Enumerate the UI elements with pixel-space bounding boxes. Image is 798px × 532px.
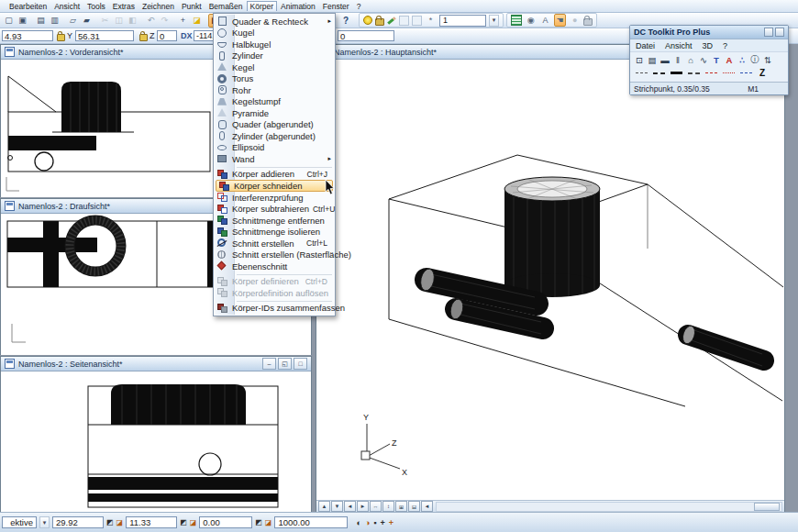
menu-entry[interactable]: Körper addieren Ctrl+J — [215, 169, 334, 181]
print-preview-icon[interactable]: ▥ — [48, 14, 61, 28]
menu-entry[interactable]: Quader & Rechteck ▸ — [215, 16, 334, 28]
palette-menu-item[interactable]: Datei — [636, 41, 655, 50]
menu-entry[interactable]: Wand ▸ — [215, 153, 334, 165]
undo-icon[interactable]: ↶ — [144, 14, 158, 28]
menu-item[interactable]: Bemaßen — [205, 1, 247, 12]
viewport-nav-button[interactable]: ⊞ — [395, 501, 407, 512]
snap-icon[interactable]: ◪ — [190, 14, 204, 28]
restore-button[interactable]: ◱ — [278, 358, 292, 370]
menu-item[interactable]: Bearbeiten — [6, 1, 50, 12]
menu-entry[interactable]: Pyramide — [215, 107, 334, 119]
menu-entry[interactable]: Ebenenschnitt — [215, 260, 334, 272]
import-icon[interactable]: ▱ — [66, 14, 80, 28]
document-icon[interactable]: ▤ — [648, 54, 657, 65]
viewport-nav-button[interactable]: ▼ — [331, 501, 343, 512]
help-icon[interactable]: ? — [343, 16, 349, 26]
menu-item[interactable]: Fenster — [319, 1, 353, 12]
new-icon[interactable]: ▢ — [2, 14, 16, 28]
palette-menu-item[interactable]: Ansicht — [665, 41, 693, 50]
print-icon[interactable]: ▤ — [34, 14, 48, 28]
menu-item[interactable]: ? — [353, 1, 365, 12]
camera-icon[interactable]: ◪ — [265, 518, 272, 526]
window-side-view[interactable]: Namenlos-2 : Seitenansicht* –◱□ — [0, 356, 312, 512]
view-mode-dropdown-arrow[interactable]: ▾ — [39, 516, 50, 528]
window-side-titlebar[interactable]: Namenlos-2 : Seitenansicht* –◱□ — [1, 357, 311, 371]
viewport-nav-button[interactable]: ▲ — [318, 501, 330, 512]
layer-star[interactable]: * — [425, 14, 437, 27]
color-swatch-1[interactable] — [399, 16, 409, 26]
menu-entry[interactable]: Halbkugel — [215, 39, 334, 50]
camera-icon[interactable]: ◪ — [116, 518, 124, 526]
menu-entry[interactable]: Körper schneiden — [216, 180, 333, 192]
menu-entry[interactable]: Quader (abgerundet) — [215, 119, 334, 131]
menu-entry[interactable]: Körperdefinition auflösen — [215, 287, 334, 299]
status-tool-icon[interactable]: ▪ — [373, 518, 376, 527]
menu-entry[interactable]: Kegelstumpf — [215, 96, 334, 108]
viewport-nav-button[interactable]: ► — [357, 501, 369, 512]
menu-entry[interactable]: Schnitt erstellen Ctrl+L — [215, 238, 334, 249]
palette-titlebar[interactable]: DC Toolkit Pro Plus — [630, 26, 788, 39]
linestyle-dashdot-red[interactable] — [705, 72, 717, 73]
menu-entry[interactable]: Ellipsoid — [215, 142, 334, 154]
viewport-nav-button[interactable]: ◄ — [344, 501, 356, 512]
menu-entry[interactable]: Zylinder (abgerundet) — [215, 130, 334, 142]
menu-entry[interactable]: Torus — [215, 73, 334, 85]
dc-toolkit-palette[interactable]: DC Toolkit Pro Plus DateiAnsicht3D? ⊡▤▬‖… — [629, 25, 789, 95]
menu-entry[interactable]: Interferenzprüfung — [215, 192, 334, 204]
color-swatch-2[interactable] — [412, 16, 422, 26]
move-icon[interactable]: + — [176, 14, 190, 28]
status-field-4[interactable]: 1000.00 — [274, 516, 348, 528]
z-coordinate-field[interactable]: 0 — [157, 30, 177, 41]
menu-item[interactable]: Zeichnen — [139, 1, 178, 12]
camera-icon[interactable]: ◩ — [180, 518, 187, 526]
text-icon[interactable]: T — [712, 54, 721, 65]
y-coordinate-field[interactable]: 56.31 — [75, 30, 134, 41]
points-icon[interactable]: ∴ — [737, 54, 747, 65]
status-field-1[interactable]: 29.92 — [52, 516, 104, 528]
status-tool-icon[interactable]: ◑ — [365, 518, 370, 527]
palette-button[interactable] — [764, 28, 773, 37]
visibility-icon[interactable]: ◉ — [525, 14, 537, 27]
maximize-button[interactable]: □ — [294, 358, 307, 370]
viewport-nav-button[interactable]: ◄ — [421, 501, 433, 512]
linestyle-dash-med[interactable] — [653, 72, 665, 74]
light-toggle-icon[interactable] — [363, 16, 372, 25]
cut-icon[interactable]: ✂ — [98, 14, 112, 28]
pencil-icon[interactable] — [387, 17, 396, 25]
viewport-nav-button[interactable]: ⊟ — [408, 501, 420, 512]
lock-disabled-icon[interactable] — [583, 18, 593, 26]
menu-entry[interactable]: Körper subtrahieren Ctrl+U — [215, 204, 334, 216]
menu-item[interactable]: Körper — [247, 1, 278, 11]
menu-entry[interactable]: Schnitt erstellen (Rasterfläche) — [215, 249, 334, 261]
window-main-view[interactable]: Namenlos-2 : Hauptansicht* — [316, 44, 785, 512]
info-icon[interactable]: ⓘ — [750, 54, 759, 65]
linestyle-dash-thin[interactable] — [636, 72, 648, 73]
menu-entry[interactable]: Körper-IDs zusammenfassen — [215, 303, 334, 315]
viewport-nav-button[interactable]: ↕ — [382, 501, 394, 512]
menu-entry[interactable]: Rohr — [215, 84, 334, 96]
grid-icon[interactable] — [511, 15, 522, 26]
status-field-3[interactable]: 0.00 — [199, 516, 252, 528]
z-lock-icon[interactable] — [139, 34, 148, 41]
copy-icon[interactable]: ◫ — [112, 14, 126, 28]
export-icon[interactable]: ▰ — [80, 14, 94, 28]
menu-entry[interactable]: Körper definieren Ctrl+D — [215, 276, 334, 288]
camera-icon[interactable]: ◩ — [106, 518, 114, 526]
x-coordinate-field[interactable]: 4.93 — [2, 30, 53, 41]
bulb-disabled-icon[interactable]: ● — [569, 14, 581, 27]
status-tool-icon[interactable]: ◐ — [356, 518, 360, 527]
menu-item[interactable]: Animation — [277, 1, 319, 12]
attribute-icon[interactable]: A — [539, 14, 551, 27]
menu-entry[interactable]: Kugel — [215, 28, 334, 39]
menu-entry[interactable]: Schnittmenge isolieren — [215, 227, 334, 238]
font-icon[interactable]: A — [725, 54, 734, 65]
palette-menu-item[interactable]: ? — [723, 41, 727, 50]
layer-value-field[interactable]: 1 — [439, 15, 486, 27]
status-field-2[interactable]: 11.33 — [126, 516, 177, 528]
line-thick-icon[interactable]: ▬ — [660, 54, 670, 65]
status-tool-icon[interactable]: + — [389, 518, 393, 527]
menu-entry[interactable]: Kegel — [215, 61, 334, 73]
screen-icon[interactable]: ⊡ — [635, 54, 644, 65]
linestyle-dash-double[interactable] — [688, 72, 700, 74]
minimize-button[interactable]: – — [262, 358, 276, 370]
